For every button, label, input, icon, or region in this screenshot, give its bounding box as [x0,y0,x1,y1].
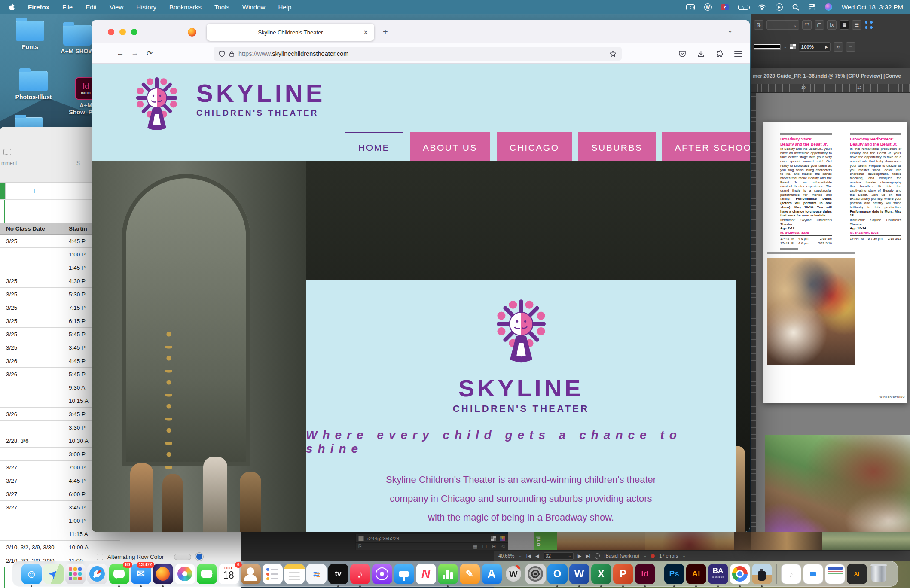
cell-no-class-date[interactable]: 3/25 [0,238,64,244]
menu-item-edit[interactable]: Edit [86,3,97,11]
first-page-button[interactable]: |◀ [526,553,531,559]
frame-icon[interactable]: ▢ [815,20,824,30]
style-dropdown[interactable]: ⌄ [766,20,799,30]
menu-item-view[interactable]: View [110,3,123,11]
dock-icon-mail[interactable]: ✉13,472 [131,564,151,584]
columns-icon[interactable]: ☰ [852,20,861,30]
dock-icon-trash[interactable] [869,564,889,584]
dock-icon-news[interactable]: N [416,564,436,584]
apple-menu-icon[interactable] [9,3,15,11]
menu-item-window[interactable]: Window [242,3,265,11]
pocket-icon[interactable] [678,50,686,58]
minimize-window-button[interactable] [119,29,126,35]
desktop-folder-am-show[interactable]: A+M SHOW [58,25,97,55]
battery-charging-icon[interactable]: ϟ [738,3,748,11]
dock-icon-finder[interactable]: ☺ [21,564,42,584]
cell-no-class-date[interactable]: 3/25 [0,278,64,284]
spinner-control[interactable]: ⇅ [754,20,763,30]
chevron-down-icon[interactable]: ⌄ [784,45,787,49]
menu-app-name[interactable]: Firefox [28,3,49,11]
column-header-no-class-date[interactable]: No Class Date [0,225,64,232]
transparency-checker-icon[interactable] [790,44,796,49]
dock-icon-minimized-illustrator-window[interactable]: Ai [847,564,867,584]
wacom-icon[interactable]: W [704,3,712,11]
stroke-style-preview[interactable] [754,44,781,50]
nav-link-after-schoo[interactable]: AFTER SCHOO [662,132,750,163]
bookmark-star-icon[interactable] [609,50,617,58]
active-cell[interactable]: I [5,183,63,199]
cell-no-class-date[interactable]: 3/25 [0,305,64,311]
dock-icon-minimized-browser-window[interactable] [825,564,845,584]
dock-icon-facetime[interactable] [197,564,217,584]
cell-no-class-date[interactable]: 2/10, 3/2, 3/9, 3/30 [0,544,64,551]
cell-no-class-date[interactable]: 3/25 [0,344,64,351]
dock-icon-pages[interactable]: ✎ [460,564,480,584]
row-color-well[interactable] [174,554,191,560]
dock-icon-indesign[interactable]: Id [635,564,655,584]
dock-icon-wacom-center[interactable]: W [504,564,524,584]
site-brand[interactable]: SKYLINE CHILDREN'S THEATER [196,81,325,118]
skyline-logo-icon[interactable] [129,72,185,137]
dock-icon-ink-jar[interactable] [752,564,772,584]
cell-no-class-date[interactable]: 3/27 [0,491,64,497]
menu-item-tools[interactable]: Tools [214,3,229,11]
row-color-swatch[interactable] [195,553,203,561]
dock-icon-firefox[interactable] [153,564,173,584]
cell-no-class-date[interactable]: 3/25 [0,331,64,338]
dock-icon-camera-utility[interactable] [525,564,546,584]
list-tabs-chevron-icon[interactable]: ⌄ [727,27,733,34]
text-wrap-icon[interactable]: ≋ [834,42,843,52]
paragraph-align-icon[interactable]: ≣ [840,20,849,30]
forward-button[interactable]: → [128,49,142,58]
new-group-folder-icon[interactable]: ❏ [482,544,487,549]
dock-icon-contacts[interactable] [241,564,261,584]
spotlight-icon[interactable] [792,3,799,11]
dock-icon-word[interactable]: W [569,564,589,584]
control-center-icon[interactable] [809,3,815,11]
nav-link-chicago[interactable]: CHICAGO [497,132,572,163]
menu-bar-clock[interactable]: Wed Oct 18 3:32 PM [842,3,903,11]
url-bar[interactable]: https://www.skylinechildrenstheater.com [214,47,622,61]
dock-icon-app-store[interactable]: A [482,564,502,584]
dock-icon-waves-app[interactable]: ≈ [306,564,327,584]
nav-link-about-us[interactable]: ABOUT US [410,132,490,163]
last-page-button[interactable]: ▶| [586,553,590,559]
dock-icon-messages[interactable]: 80 [109,564,129,584]
extensions-puzzle-icon[interactable] [716,50,723,58]
page-curl-icon[interactable]: ⎘ [358,544,362,549]
cell-no-class-date[interactable]: 3/26 [0,371,64,378]
dock-icon-outlook[interactable]: O [547,564,568,584]
dock-icon-chrome[interactable] [730,564,750,584]
menu-item-bookmarks[interactable]: Bookmarks [169,3,202,11]
new-tab-button[interactable]: + [383,27,388,37]
document-title-bar[interactable]: mer 2023 Guide_PP. 1–36.indd @ 75% [GPU … [751,68,910,84]
siri-icon[interactable] [825,3,832,11]
shield-icon[interactable] [219,50,225,57]
wifi-icon[interactable] [758,3,766,11]
dock-icon-reminders[interactable] [263,564,283,584]
dock-icon-powerpoint[interactable]: P [613,564,633,584]
none-swatch-icon[interactable] [491,536,496,541]
new-swatch-icon[interactable]: ⊞ [492,544,496,549]
chevron-down-icon[interactable]: ⌄ [519,554,522,558]
nav-link-home[interactable]: HOME [345,132,403,163]
dock-icon-music[interactable]: ♪ [350,564,370,584]
reference-point-grid-icon[interactable] [864,21,873,29]
preflight-icon[interactable] [594,552,601,560]
cell-no-class-date[interactable]: 3/27 [0,504,64,511]
delete-swatch-trash-icon[interactable]: ♲ [501,544,505,549]
page-number-field[interactable]: 32⌄ [544,552,574,560]
cell-no-class-date[interactable]: 2/28, 3/6 [0,438,64,444]
active-tab[interactable]: Skyline Children's Theater ✕ [207,24,374,41]
reload-button[interactable]: ⟳ [142,49,157,58]
dock-icon-apple-tv[interactable]: tv [328,564,348,584]
dock-icon-launchpad[interactable] [65,564,86,584]
screen-mirroring-icon[interactable] [686,3,695,11]
cell-no-class-date[interactable]: 3/27 [0,478,64,484]
alternating-row-color-checkbox[interactable] [97,554,103,560]
dock-icon-maps[interactable]: ➤ [43,564,64,584]
dock-icon-notes[interactable] [284,564,305,584]
dock-icon-photoshop[interactable]: Ps [664,564,684,584]
dock-icon-photos[interactable] [175,564,195,584]
previous-page-button[interactable]: ◀ [535,553,539,559]
